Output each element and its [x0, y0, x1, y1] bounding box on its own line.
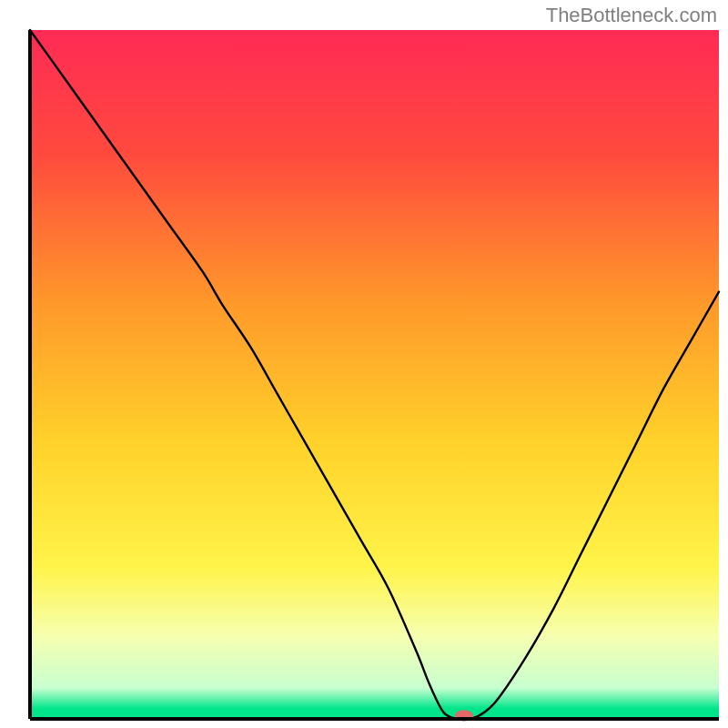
chart-container: TheBottleneck.com: [0, 0, 728, 728]
watermark-text: TheBottleneck.com: [546, 4, 717, 27]
bottleneck-chart: [0, 0, 728, 728]
plot-background: [30, 30, 719, 719]
